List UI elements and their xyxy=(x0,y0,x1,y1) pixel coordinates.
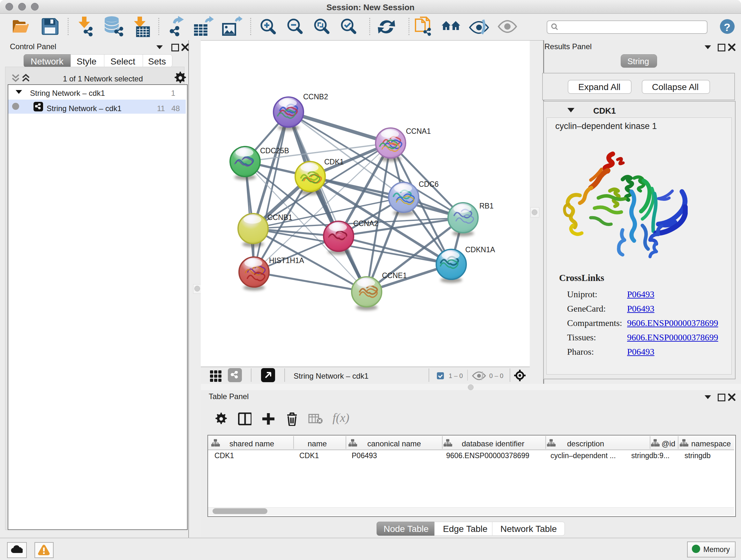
svg-text:CDKN1A: CDKN1A xyxy=(465,246,495,254)
svg-text:CCNE1: CCNE1 xyxy=(382,271,407,280)
svg-text:CCNA2: CCNA2 xyxy=(353,219,378,228)
svg-text:CCNA1: CCNA1 xyxy=(406,127,431,135)
svg-text:HIST1H1A: HIST1H1A xyxy=(269,256,305,265)
svg-text:RB1: RB1 xyxy=(479,202,494,210)
svg-text:CDK1: CDK1 xyxy=(324,158,344,166)
svg-text:CDC25B: CDC25B xyxy=(260,146,289,155)
svg-text:CDC6: CDC6 xyxy=(419,180,439,188)
svg-text:CCNB2: CCNB2 xyxy=(303,92,328,101)
svg-text:CCNB1: CCNB1 xyxy=(267,213,292,222)
